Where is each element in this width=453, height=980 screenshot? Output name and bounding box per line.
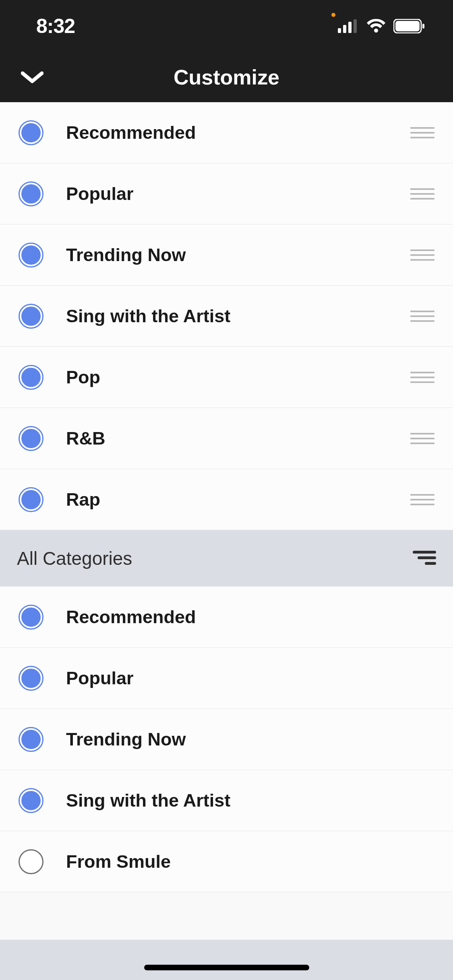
- drag-handle[interactable]: [410, 311, 434, 322]
- list-item[interactable]: Trending Now: [0, 224, 453, 286]
- section-header: All Categories: [0, 530, 453, 587]
- svg-rect-2: [348, 22, 352, 33]
- radio-toggle[interactable]: [19, 365, 43, 390]
- svg-rect-8: [418, 556, 436, 559]
- status-indicators: [327, 19, 425, 33]
- svg-rect-5: [395, 21, 420, 31]
- radio-toggle[interactable]: [19, 243, 43, 268]
- radio-toggle[interactable]: [19, 426, 43, 451]
- radio-toggle[interactable]: [19, 727, 43, 752]
- list-item-label: Popular: [66, 668, 434, 689]
- svg-rect-0: [338, 28, 341, 33]
- list-item-label: Rap: [66, 489, 410, 510]
- list-item[interactable]: R&B: [0, 408, 453, 469]
- svg-rect-3: [354, 19, 357, 33]
- list-item[interactable]: Popular: [0, 163, 453, 224]
- header: Customize: [0, 52, 453, 102]
- cellular-icon: [338, 19, 359, 33]
- list-item[interactable]: Trending Now: [0, 709, 453, 770]
- list-item-label: Popular: [66, 183, 410, 204]
- svg-rect-1: [343, 25, 346, 33]
- filter-button[interactable]: [413, 550, 436, 567]
- list-item[interactable]: Sing with the Artist: [0, 770, 453, 831]
- section-title: All Categories: [17, 548, 132, 569]
- reorderable-list: Recommended Popular Trending Now Sing wi…: [0, 102, 453, 530]
- status-bar: 8:32: [0, 0, 453, 52]
- battery-icon: [393, 19, 425, 33]
- wifi-icon: [366, 19, 386, 33]
- svg-rect-9: [425, 562, 436, 565]
- page-title: Customize: [0, 65, 453, 89]
- privacy-dot-icon: [331, 13, 335, 17]
- close-button[interactable]: [20, 65, 44, 89]
- list-item-label: Sing with the Artist: [66, 790, 434, 811]
- radio-toggle[interactable]: [19, 788, 43, 813]
- radio-toggle[interactable]: [19, 487, 43, 512]
- list-item-label: From Smule: [66, 851, 434, 872]
- radio-toggle[interactable]: [19, 304, 43, 329]
- list-item[interactable]: Recommended: [0, 587, 453, 648]
- list-item[interactable]: Sing with the Artist: [0, 286, 453, 347]
- list-item-label: Trending Now: [66, 729, 434, 750]
- list-item-label: Recommended: [66, 122, 410, 143]
- svg-rect-7: [413, 551, 436, 554]
- svg-rect-6: [422, 24, 424, 29]
- list-item-label: Sing with the Artist: [66, 306, 410, 327]
- list-item[interactable]: From Smule: [0, 831, 453, 892]
- list-item-label: Trending Now: [66, 245, 410, 266]
- status-time: 8:32: [36, 14, 75, 38]
- radio-toggle[interactable]: [19, 605, 43, 630]
- content: Recommended Popular Trending Now Sing wi…: [0, 102, 453, 892]
- drag-handle[interactable]: [410, 494, 434, 505]
- filter-icon: [413, 550, 436, 566]
- list-item-label: Pop: [66, 367, 410, 388]
- list-item[interactable]: Rap: [0, 469, 453, 530]
- list-item[interactable]: Recommended: [0, 102, 453, 163]
- drag-handle[interactable]: [410, 372, 434, 383]
- radio-toggle[interactable]: [19, 666, 43, 691]
- drag-handle[interactable]: [410, 249, 434, 261]
- radio-toggle[interactable]: [19, 849, 43, 874]
- drag-handle[interactable]: [410, 127, 434, 138]
- list-item-label: Recommended: [66, 607, 434, 628]
- list-item[interactable]: Pop: [0, 347, 453, 408]
- drag-handle[interactable]: [410, 188, 434, 200]
- drag-handle[interactable]: [410, 433, 434, 444]
- radio-toggle[interactable]: [19, 181, 43, 206]
- list-item[interactable]: Popular: [0, 648, 453, 709]
- radio-toggle[interactable]: [19, 120, 43, 145]
- all-categories-list: Recommended Popular Trending Now Sing wi…: [0, 587, 453, 892]
- chevron-down-icon: [21, 71, 43, 84]
- bottom-area: [0, 940, 453, 980]
- home-indicator: [144, 965, 309, 970]
- list-item-label: R&B: [66, 428, 410, 449]
